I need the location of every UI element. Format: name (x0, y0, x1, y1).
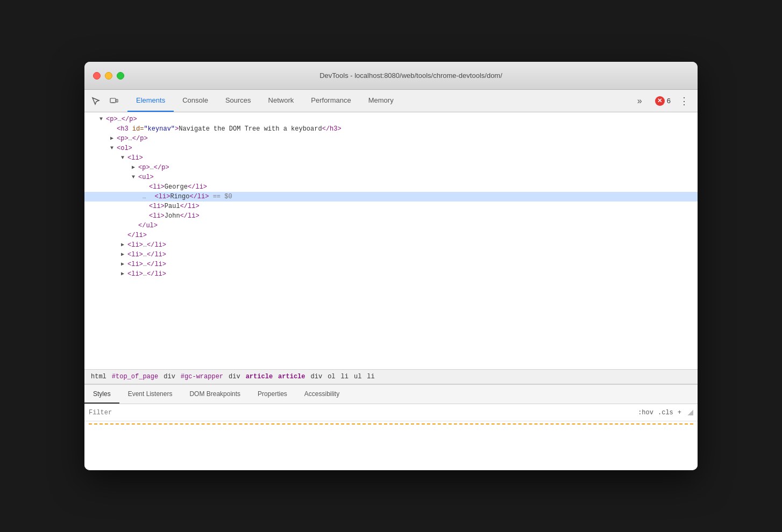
resize-handle[interactable] (688, 410, 693, 415)
dom-tree-row[interactable]: <li>Paul</li> (84, 202, 698, 211)
breadcrumb-item[interactable]: html (89, 373, 109, 380)
triangle-icon[interactable] (132, 172, 138, 182)
filter-bar: :hov .cls + (84, 404, 698, 421)
tab-dom-breakpoints[interactable]: DOM Breakpoints (181, 385, 249, 404)
tab-event-listeners[interactable]: Event Listeners (119, 385, 181, 404)
dom-tree-row[interactable]: <li>…</li> (84, 240, 698, 250)
filter-input[interactable] (89, 409, 638, 416)
dom-tree-row[interactable]: <li>…</li> (84, 260, 698, 269)
dom-tree-row[interactable]: <li> (84, 153, 698, 163)
breadcrumb-item[interactable]: div (309, 373, 325, 380)
dom-node-content: <p>…</p> (106, 114, 137, 124)
maximize-button[interactable] (117, 72, 124, 80)
dom-node-content: <li>…</li> (127, 260, 166, 269)
dom-node-content: <li>…</li> (127, 240, 166, 250)
cls-button[interactable]: .cls (658, 409, 673, 416)
triangle-icon[interactable] (121, 260, 127, 269)
error-badge-icon: ✕ (655, 96, 665, 106)
dom-tree-row[interactable]: <p>…</p> (84, 134, 698, 143)
hov-button[interactable]: :hov (638, 409, 653, 416)
dom-node-content: <li>Ringo</li> == $0 (155, 192, 232, 202)
dom-tree-row[interactable]: <li>…</li> (84, 269, 698, 279)
tab-styles[interactable]: Styles (84, 385, 119, 404)
dom-node-content: <li>Paul</li> (149, 202, 200, 211)
dom-tree-row[interactable]: </ul> (84, 221, 698, 231)
dom-tree-row[interactable]: <li>…</li> (84, 250, 698, 260)
dom-node-content: <p>…</p> (138, 163, 169, 172)
triangle-icon[interactable] (121, 240, 127, 250)
window-title: DevTools - localhost:8080/web/tools/chro… (133, 71, 689, 80)
triangle-icon[interactable] (110, 143, 117, 153)
dom-node-content: </ul> (138, 221, 158, 231)
more-tabs-button[interactable]: » (633, 90, 646, 112)
tab-sources[interactable]: Sources (217, 90, 260, 112)
dom-node-content: <p>…</p> (117, 134, 148, 143)
inspect-element-button[interactable] (89, 94, 103, 108)
triangle-icon[interactable] (121, 250, 127, 260)
devtools-menu-button[interactable]: ⋮ (675, 90, 693, 112)
breadcrumb-item[interactable]: div (161, 373, 177, 380)
dom-node-content: <ul> (138, 172, 154, 182)
dom-tree-row[interactable]: </li> (84, 231, 698, 240)
toolbar-icons (89, 90, 121, 112)
dom-tree-row[interactable]: <ol> (84, 143, 698, 153)
breadcrumb-bar: html#top_of_pagediv#gc-wrapperdivarticle… (84, 369, 698, 384)
dom-tree-row[interactable]: <p>…</p> (84, 163, 698, 172)
dom-node-content: <li> (127, 153, 143, 163)
close-button[interactable] (93, 72, 101, 80)
tab-network[interactable]: Network (260, 90, 303, 112)
triangle-icon[interactable] (110, 134, 117, 143)
dom-node-content: <li>…</li> (127, 269, 166, 279)
lower-panel: Styles Event Listeners DOM Breakpoints P… (84, 384, 698, 470)
error-indicator: ✕ 6 (651, 90, 675, 112)
breadcrumb-item[interactable]: li (339, 373, 351, 380)
breadcrumb-item[interactable]: div (226, 373, 243, 380)
add-rule-button[interactable]: + (678, 409, 681, 416)
tab-accessibility[interactable]: Accessibility (296, 385, 348, 404)
breadcrumb-item[interactable]: ol (325, 373, 337, 380)
tab-performance[interactable]: Performance (302, 90, 359, 112)
minimize-button[interactable] (105, 72, 112, 80)
tab-memory[interactable]: Memory (360, 90, 402, 112)
breadcrumb-item[interactable]: article (244, 373, 275, 380)
dom-node-content: </li> (127, 231, 147, 240)
tab-list: Elements Console Sources Network Perform… (127, 90, 633, 112)
dashed-indicator (89, 422, 693, 425)
breadcrumb-item[interactable]: #top_of_page (110, 373, 160, 380)
tab-properties[interactable]: Properties (249, 385, 296, 404)
dom-tree-row[interactable]: <li>George</li> (84, 182, 698, 192)
dom-tree-row[interactable]: <h3 id="keynav">Navigate the DOM Tree wi… (84, 124, 698, 134)
triangle-icon[interactable] (121, 269, 127, 279)
breadcrumb-item[interactable]: li (365, 373, 376, 380)
lower-tab-bar: Styles Event Listeners DOM Breakpoints P… (84, 385, 698, 404)
dom-node-content: <li>…</li> (127, 250, 166, 260)
dom-tree-panel[interactable]: <p>…</p><h3 id="keynav">Navigate the DOM… (84, 112, 698, 369)
breadcrumb-item[interactable]: #gc-wrapper (179, 373, 225, 380)
dom-node-content: <h3 id="keynav">Navigate the DOM Tree wi… (117, 124, 342, 134)
triangle-icon[interactable] (99, 114, 106, 124)
tab-bar: Elements Console Sources Network Perform… (84, 90, 698, 112)
error-count: 6 (667, 97, 671, 105)
svg-rect-1 (116, 99, 118, 102)
dom-tree-row[interactable]: <li>John</li> (84, 211, 698, 221)
dom-node-content: <li>George</li> (149, 182, 207, 192)
dom-node-content: <ol> (117, 143, 132, 153)
device-toolbar-button[interactable] (107, 94, 121, 108)
dom-node-content: <li>John</li> (149, 211, 200, 221)
traffic-lights (93, 72, 124, 80)
breadcrumb-item[interactable]: ul (352, 373, 364, 380)
triangle-icon[interactable] (121, 153, 127, 163)
filter-controls: :hov .cls + (638, 409, 693, 416)
breadcrumb-item[interactable]: article (276, 373, 307, 380)
dom-tree-row[interactable]: <p>…</p> (84, 114, 698, 124)
devtools-window: DevTools - localhost:8080/web/tools/chro… (84, 62, 698, 470)
dom-tree-row[interactable]: …<li>Ringo</li> == $0 (84, 192, 698, 202)
dom-tree-row[interactable]: <ul> (84, 172, 698, 182)
tab-elements[interactable]: Elements (127, 90, 174, 112)
triangle-icon[interactable] (132, 163, 138, 172)
tab-console[interactable]: Console (174, 90, 217, 112)
svg-rect-0 (110, 98, 116, 103)
title-bar: DevTools - localhost:8080/web/tools/chro… (84, 62, 698, 90)
